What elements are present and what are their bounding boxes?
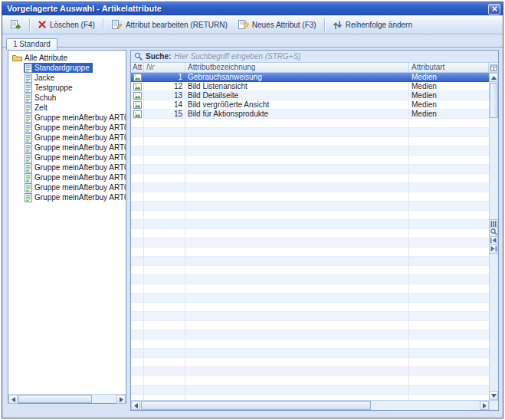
attribute-group-icon: [25, 193, 32, 202]
column-header-nr[interactable]: Nr: [144, 63, 185, 73]
folder-icon: [12, 54, 22, 62]
tab-standard-label: 1 Standard: [13, 40, 51, 48]
scroll-right-button[interactable]: [480, 401, 489, 410]
grid-row[interactable]: 1 Gebrauchsanweisung Medien: [131, 73, 489, 82]
bars-icon: [490, 221, 497, 227]
attribute-group-icon: [25, 133, 32, 143]
scroll-right-button[interactable]: [116, 395, 126, 404]
scroll-track[interactable]: [140, 401, 480, 410]
grid-search-row: Suche:: [131, 51, 498, 63]
attribute-group-icon: [25, 94, 32, 103]
scroll-thumb[interactable]: [490, 83, 498, 118]
grid-vertical-scrollbar[interactable]: [489, 73, 498, 400]
export-icon: [10, 19, 21, 30]
media-icon: [131, 110, 144, 118]
column-header-attributbezeichnung[interactable]: Attributbezeichnung: [185, 63, 409, 73]
apply-button[interactable]: [5, 17, 26, 32]
row-type: Medien: [409, 100, 489, 109]
new-attribute-button-label: Neues Attribut (F3): [252, 21, 316, 29]
media-icon: [131, 100, 144, 109]
tree-item-jacke[interactable]: Jacke: [24, 73, 57, 83]
grid-horizontal-scrollbar[interactable]: [131, 400, 489, 410]
titlebar: Vorgelagerte Auswahl - Artikelattribute: [2, 2, 503, 15]
grid-rows: 1 Gebrauchsanweisung Medien 12 Bild List…: [131, 73, 489, 400]
row-type: Medien: [409, 82, 489, 90]
tree-item-testgruppe[interactable]: Testgruppe: [24, 83, 75, 93]
next-icon: [490, 246, 497, 251]
change-order-button[interactable]: Reihenfolge ändern: [328, 17, 417, 32]
row-name: Bild vergrößerte Ansicht: [185, 100, 409, 109]
window-title: Vorgelagerte Auswahl - Artikelattribute: [7, 2, 488, 15]
media-icon: [131, 91, 144, 100]
scroll-thumb[interactable]: [141, 401, 371, 410]
row-type: Medien: [409, 91, 489, 100]
tree-item-gruppe-art00074[interactable]: Gruppe meinAfterbuy ART00074: [24, 123, 126, 133]
row-nr: 1: [144, 73, 185, 81]
media-icon: [131, 82, 144, 90]
scrollbar-next-button[interactable]: [489, 244, 498, 254]
attribute-group-icon: [25, 103, 32, 113]
delete-button[interactable]: Löschen (F4): [33, 17, 100, 32]
new-icon: [238, 19, 249, 30]
attribute-group-icon: [25, 183, 32, 192]
tree-item-gruppe-art00081[interactable]: Gruppe meinAfterbuy ART00081: [24, 182, 126, 192]
tree-item-gruppe-art00073[interactable]: Gruppe meinAfterbuy ART00073: [24, 113, 126, 123]
search-input[interactable]: [174, 52, 495, 61]
attribute-group-icon: [25, 163, 32, 172]
prev-icon: [490, 238, 497, 243]
row-name: Gebrauchsanweisung: [185, 73, 409, 81]
tree-item-gruppe-art00075[interactable]: Gruppe meinAfterbuy ART00075: [24, 133, 126, 143]
row-type: Medien: [409, 110, 489, 118]
column-chooser-icon: [490, 64, 497, 71]
toolbar-separator: [103, 18, 103, 31]
tree-root-item[interactable]: Alle Attribute: [11, 53, 71, 63]
tree-item-gruppe-art00082[interactable]: Gruppe meinAfterbuy ART00082: [24, 192, 126, 202]
row-nr: 14: [144, 100, 185, 109]
attribute-group-tree-panel: Alle Attribute Standardgruppe Jacke Test…: [8, 50, 126, 404]
delete-icon: [38, 20, 47, 29]
grid-header: Att Nr Attributbezeichnung Attributart: [131, 63, 498, 73]
tree-item-schuh[interactable]: Schuh: [24, 93, 59, 103]
tree-item-zelt[interactable]: Zelt: [24, 103, 51, 113]
row-name: Bild Detailseite: [185, 91, 409, 100]
scrollbar-corner: [489, 400, 498, 410]
column-header-att[interactable]: Att: [131, 63, 144, 73]
new-attribute-button[interactable]: Neues Attribut (F3): [233, 17, 321, 32]
close-button[interactable]: [488, 4, 500, 15]
attribute-group-icon: [25, 74, 32, 83]
change-order-button-label: Reihenfolge ändern: [346, 21, 412, 29]
tree-item-gruppe-art00076[interactable]: Gruppe meinAfterbuy ART00076: [24, 143, 126, 153]
close-icon: [492, 6, 497, 11]
tree-item-standardgruppe[interactable]: Standardgruppe: [24, 63, 93, 73]
row-type: Medien: [409, 73, 489, 81]
tree-item-gruppe-art00078[interactable]: Gruppe meinAfterbuy ART00078: [24, 153, 126, 162]
column-chooser-button[interactable]: [489, 63, 498, 73]
row-name: Bild für Aktionsprodukte: [185, 110, 409, 118]
toolbar-separator: [29, 18, 30, 31]
column-header-attributart[interactable]: Attributart: [409, 63, 489, 73]
tab-standard[interactable]: 1 Standard: [6, 38, 57, 50]
grid-column-line: [408, 73, 409, 400]
edit-attribute-button[interactable]: Attribut bearbeiten (RETURN): [107, 17, 232, 32]
attributes-grid-panel: Suche: Att Nr Attributbezeichnung Attrib…: [130, 50, 499, 411]
scroll-down-button[interactable]: [489, 391, 498, 400]
grid-column-line: [185, 73, 185, 400]
attribute-group-icon: [25, 123, 32, 133]
scroll-left-button[interactable]: [8, 395, 18, 404]
scroll-thumb[interactable]: [18, 395, 92, 403]
toolbar: Löschen (F4) Attribut bearbeiten (RETURN…: [2, 15, 503, 34]
attribute-group-icon: [25, 84, 32, 93]
tabstrip: 1 Standard: [2, 34, 503, 48]
tree-item-gruppe-art00079[interactable]: Gruppe meinAfterbuy ART00079: [24, 162, 126, 172]
grid-tool-buttons: [489, 220, 498, 254]
dialog-window: Vorgelagerte Auswahl - Artikelattribute …: [2, 2, 503, 418]
tree-horizontal-scrollbar[interactable]: [8, 394, 126, 403]
magnifier-icon: [490, 228, 497, 235]
tree-item-gruppe-art00080[interactable]: Gruppe meinAfterbuy ART00080: [24, 172, 126, 182]
scroll-left-button[interactable]: [131, 401, 140, 410]
grid-column-line: [143, 73, 144, 400]
scroll-up-button[interactable]: [489, 73, 498, 82]
attribute-group-icon: [25, 153, 32, 162]
scroll-track[interactable]: [18, 395, 116, 403]
media-icon: [131, 73, 144, 81]
